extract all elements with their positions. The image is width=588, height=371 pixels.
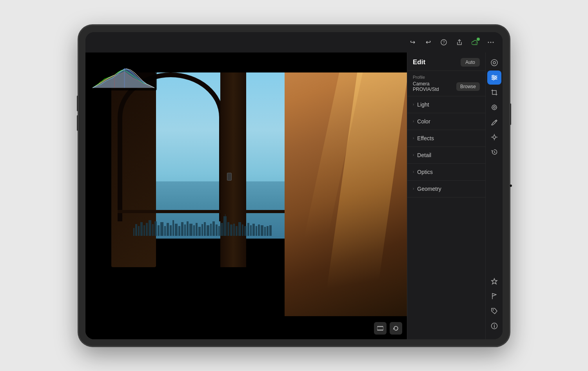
svg-rect-65 (379, 330, 379, 331)
svg-rect-18 (167, 223, 169, 236)
svg-text:?: ? (443, 40, 445, 45)
svg-rect-16 (160, 222, 163, 236)
redo-button[interactable]: ↪ (405, 35, 419, 49)
svg-rect-12 (149, 220, 151, 236)
svg-rect-19 (170, 225, 172, 236)
svg-rect-60 (379, 326, 379, 327)
power-button[interactable] (510, 103, 511, 125)
svg-rect-8 (138, 226, 140, 236)
svg-rect-31 (204, 222, 206, 236)
svg-point-2 (475, 42, 478, 45)
flag-button[interactable] (487, 289, 501, 303)
help-button[interactable]: ? (437, 35, 451, 49)
svg-rect-42 (233, 224, 235, 236)
tag-button[interactable] (487, 304, 501, 318)
geometry-chevron-icon: › (413, 186, 414, 191)
svg-rect-23 (181, 222, 183, 236)
profile-value: Camera PROVIA/Std (413, 81, 456, 92)
history-icon-button[interactable] (487, 145, 501, 159)
svg-rect-46 (244, 226, 247, 236)
photo-area (85, 52, 407, 339)
svg-rect-26 (189, 224, 192, 236)
svg-rect-52 (261, 225, 263, 236)
revert-button[interactable] (390, 322, 402, 335)
svg-rect-47 (247, 223, 249, 236)
edit-icon-button[interactable] (487, 71, 501, 85)
svg-point-3 (488, 42, 489, 43)
volume-up-button[interactable] (77, 96, 78, 111)
svg-rect-33 (210, 224, 212, 236)
detail-label: Detail (417, 152, 431, 158)
svg-rect-32 (207, 225, 209, 236)
svg-rect-64 (377, 330, 378, 331)
volume-down-button[interactable] (77, 115, 78, 131)
svg-rect-43 (236, 226, 238, 236)
share-button[interactable] (452, 35, 466, 49)
svg-rect-30 (201, 224, 203, 236)
star-rating-button[interactable] (487, 274, 501, 288)
profile-icon-button[interactable] (487, 56, 501, 70)
optics-label: Optics (417, 169, 433, 175)
light-section[interactable]: › Light (407, 96, 485, 113)
svg-rect-45 (242, 224, 243, 236)
svg-rect-28 (196, 223, 198, 236)
svg-rect-14 (154, 221, 157, 236)
svg-rect-39 (225, 214, 225, 236)
cloud-sync-button[interactable] (468, 35, 482, 49)
svg-point-70 (493, 62, 495, 64)
front-camera (510, 185, 512, 187)
sync-status-dot (477, 38, 480, 41)
icon-bar (485, 52, 503, 339)
svg-rect-58 (377, 327, 383, 330)
color-section[interactable]: › Color (407, 113, 485, 130)
icon-bar-bottom (487, 274, 501, 333)
svg-rect-41 (230, 224, 232, 236)
selective-icon-button[interactable] (487, 130, 501, 144)
svg-point-93 (494, 324, 495, 325)
histogram (90, 57, 157, 90)
effects-section[interactable]: › Effects (407, 130, 485, 147)
profile-row: Camera PROVIA/Std Browse (413, 81, 480, 92)
color-chevron-icon: › (413, 119, 414, 123)
svg-rect-21 (175, 224, 178, 236)
edit-header: Edit Auto (407, 52, 485, 71)
svg-rect-27 (193, 225, 195, 236)
svg-rect-22 (178, 226, 180, 236)
svg-rect-66 (380, 330, 381, 331)
undo-button[interactable]: ↩ (421, 35, 435, 49)
filmstrip-button[interactable] (374, 322, 387, 335)
svg-rect-35 (216, 224, 218, 236)
svg-point-74 (492, 75, 494, 77)
svg-rect-63 (382, 326, 383, 327)
svg-rect-24 (184, 224, 186, 236)
svg-rect-68 (382, 330, 383, 331)
detail-chevron-icon: › (413, 153, 414, 157)
effects-chevron-icon: › (413, 136, 414, 140)
svg-rect-54 (267, 226, 269, 236)
svg-point-90 (492, 309, 494, 310)
heal-icon-button[interactable] (487, 100, 501, 114)
color-label: Color (417, 118, 430, 125)
svg-rect-7 (135, 224, 137, 236)
info-button[interactable] (487, 319, 501, 333)
profile-label: Profile (413, 75, 480, 80)
profile-section: Profile Camera PROVIA/Std Browse (407, 71, 485, 96)
geometry-section[interactable]: › Geometry (407, 181, 485, 197)
svg-rect-37 (221, 223, 223, 236)
crop-icon-button[interactable] (487, 85, 501, 100)
svg-rect-17 (164, 226, 166, 236)
masking-icon-button[interactable] (487, 115, 501, 129)
svg-point-5 (493, 42, 494, 43)
more-options-button[interactable] (484, 35, 498, 49)
svg-point-78 (493, 106, 495, 108)
detail-section[interactable]: › Detail (407, 147, 485, 164)
optics-section[interactable]: › Optics (407, 164, 485, 181)
svg-rect-20 (172, 220, 174, 236)
light-chevron-icon: › (413, 102, 414, 107)
photo-bottom-controls (374, 322, 402, 335)
svg-rect-36 (218, 226, 220, 236)
main-content: Edit Auto Profile Camera PROVIA/Std Brow… (85, 52, 503, 339)
top-bar: ↪ ↩ ? (85, 32, 503, 52)
auto-button[interactable]: Auto (461, 58, 480, 67)
browse-button[interactable]: Browse (456, 82, 480, 91)
